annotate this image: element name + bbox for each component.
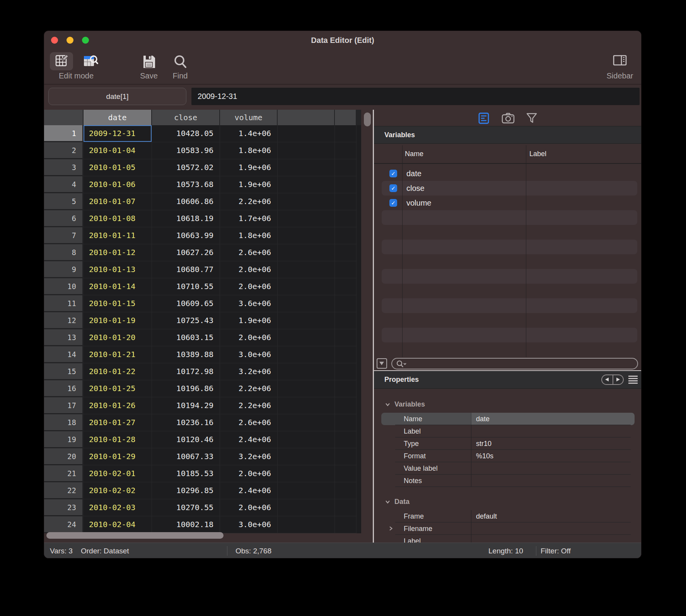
cell-date[interactable]: 2010-01-25 bbox=[84, 380, 152, 397]
property-value[interactable]: default bbox=[471, 510, 635, 522]
column-header-date[interactable]: date bbox=[84, 110, 152, 125]
cell-empty[interactable] bbox=[335, 431, 357, 448]
cell-date[interactable]: 2010-01-11 bbox=[84, 227, 152, 244]
find-icon[interactable] bbox=[173, 54, 188, 70]
cell-volume[interactable]: 1.4e+06 bbox=[220, 125, 278, 142]
cell-empty[interactable] bbox=[278, 278, 335, 295]
column-header-close[interactable]: close bbox=[152, 110, 220, 125]
cell-volume[interactable]: 2.0e+06 bbox=[220, 465, 278, 482]
cell-date[interactable]: 2010-02-03 bbox=[84, 499, 152, 516]
cell-empty[interactable] bbox=[278, 210, 335, 227]
cell-close[interactable]: 10603.15 bbox=[152, 329, 220, 346]
row-number-cell[interactable]: 8 bbox=[44, 244, 84, 261]
cell-empty[interactable] bbox=[278, 380, 335, 397]
cell-empty[interactable] bbox=[335, 312, 357, 329]
cell-volume[interactable]: 2.0e+06 bbox=[220, 499, 278, 516]
row-number-cell[interactable]: 4 bbox=[44, 176, 84, 193]
cell-volume[interactable]: 1.7e+06 bbox=[220, 210, 278, 227]
cell-date[interactable]: 2010-02-04 bbox=[84, 516, 152, 533]
cell-date[interactable]: 2010-02-01 bbox=[84, 465, 152, 482]
property-row-type[interactable]: Typestr10 bbox=[381, 437, 635, 450]
next-variable-button[interactable] bbox=[616, 378, 620, 381]
cell-close[interactable]: 10236.16 bbox=[152, 414, 220, 431]
cell-date[interactable]: 2010-01-20 bbox=[84, 329, 152, 346]
properties-menu-icon[interactable] bbox=[628, 374, 638, 385]
cell-volume[interactable]: 2.4e+06 bbox=[220, 482, 278, 499]
cell-empty[interactable] bbox=[335, 159, 357, 176]
cell-empty[interactable] bbox=[278, 261, 335, 278]
cell-empty[interactable] bbox=[278, 142, 335, 159]
cell-empty[interactable] bbox=[278, 329, 335, 346]
variable-row-volume[interactable]: ✓volume bbox=[374, 196, 642, 210]
cell-empty[interactable] bbox=[278, 227, 335, 244]
properties-section-variables[interactable]: Variables bbox=[374, 396, 642, 413]
cell-empty[interactable] bbox=[335, 210, 357, 227]
property-value[interactable] bbox=[471, 462, 635, 475]
cell-volume[interactable]: 1.9e+06 bbox=[220, 176, 278, 193]
cell-date[interactable]: 2009-12-31 bbox=[84, 125, 152, 142]
cell-empty[interactable] bbox=[278, 312, 335, 329]
row-number-cell[interactable]: 23 bbox=[44, 499, 84, 516]
cell-close[interactable]: 10296.85 bbox=[152, 482, 220, 499]
variable-name[interactable]: volume bbox=[406, 196, 431, 210]
cell-close[interactable]: 10389.88 bbox=[152, 346, 220, 363]
cell-close[interactable]: 10172.98 bbox=[152, 363, 220, 380]
cell-close[interactable]: 10185.53 bbox=[152, 465, 220, 482]
row-number-cell[interactable]: 13 bbox=[44, 329, 84, 346]
variable-name[interactable]: close bbox=[406, 181, 425, 196]
row-number-cell[interactable]: 20 bbox=[44, 448, 84, 465]
variable-checkbox[interactable]: ✓ bbox=[389, 170, 397, 177]
cell-empty[interactable] bbox=[335, 448, 357, 465]
previous-variable-button[interactable] bbox=[605, 378, 609, 381]
column-header-empty[interactable] bbox=[335, 110, 357, 125]
cell-volume[interactable]: 3.0e+06 bbox=[220, 346, 278, 363]
cell-date[interactable]: 2010-01-08 bbox=[84, 210, 152, 227]
cell-value-input[interactable]: 2009-12-31 bbox=[191, 88, 640, 105]
row-number-cell[interactable]: 15 bbox=[44, 363, 84, 380]
cell-empty[interactable] bbox=[278, 465, 335, 482]
horizontal-scrollbar-thumb[interactable] bbox=[46, 532, 224, 539]
browse-mode-icon[interactable] bbox=[83, 54, 98, 69]
cell-date[interactable]: 2010-01-14 bbox=[84, 278, 152, 295]
row-number-cell[interactable]: 6 bbox=[44, 210, 84, 227]
properties-section-data[interactable]: Data bbox=[374, 493, 642, 510]
cell-reference-box[interactable]: date[1] bbox=[48, 88, 186, 105]
corner-header-cell[interactable] bbox=[44, 110, 84, 125]
cell-close[interactable]: 10680.77 bbox=[152, 261, 220, 278]
cell-date[interactable]: 2010-01-26 bbox=[84, 397, 152, 414]
cell-empty[interactable] bbox=[335, 176, 357, 193]
cell-close[interactable]: 10627.26 bbox=[152, 244, 220, 261]
cell-volume[interactable]: 2.2e+06 bbox=[220, 397, 278, 414]
cell-empty[interactable] bbox=[278, 482, 335, 499]
cell-empty[interactable] bbox=[335, 142, 357, 159]
cell-empty[interactable] bbox=[335, 363, 357, 380]
cell-date[interactable]: 2010-01-28 bbox=[84, 431, 152, 448]
row-number-cell[interactable]: 11 bbox=[44, 295, 84, 312]
column-header-empty[interactable] bbox=[278, 110, 335, 125]
cell-close[interactable]: 10663.99 bbox=[152, 227, 220, 244]
cell-empty[interactable] bbox=[278, 176, 335, 193]
variable-name[interactable]: date bbox=[406, 166, 421, 181]
cell-close[interactable]: 10710.55 bbox=[152, 278, 220, 295]
cell-empty[interactable] bbox=[335, 193, 357, 210]
cell-volume[interactable]: 2.0e+06 bbox=[220, 278, 278, 295]
cell-empty[interactable] bbox=[278, 499, 335, 516]
cell-volume[interactable]: 2.6e+06 bbox=[220, 414, 278, 431]
cell-close[interactable]: 10067.33 bbox=[152, 448, 220, 465]
cell-empty[interactable] bbox=[335, 278, 357, 295]
variable-checkbox[interactable]: ✓ bbox=[389, 199, 397, 207]
label-column-header[interactable]: Label bbox=[529, 144, 546, 164]
row-number-cell[interactable]: 7 bbox=[44, 227, 84, 244]
cell-empty[interactable] bbox=[278, 516, 335, 533]
cell-empty[interactable] bbox=[335, 414, 357, 431]
cell-volume[interactable]: 2.0e+06 bbox=[220, 261, 278, 278]
name-column-header[interactable]: Name bbox=[405, 144, 423, 164]
cell-empty[interactable] bbox=[335, 295, 357, 312]
cell-date[interactable]: 2010-01-22 bbox=[84, 363, 152, 380]
property-value[interactable]: %10s bbox=[471, 450, 635, 462]
cell-volume[interactable]: 3.0e+06 bbox=[220, 516, 278, 533]
variable-row-date[interactable]: ✓date bbox=[374, 166, 642, 181]
cell-date[interactable]: 2010-01-19 bbox=[84, 312, 152, 329]
variables-search-input[interactable] bbox=[391, 358, 638, 369]
row-number-cell[interactable]: 5 bbox=[44, 193, 84, 210]
